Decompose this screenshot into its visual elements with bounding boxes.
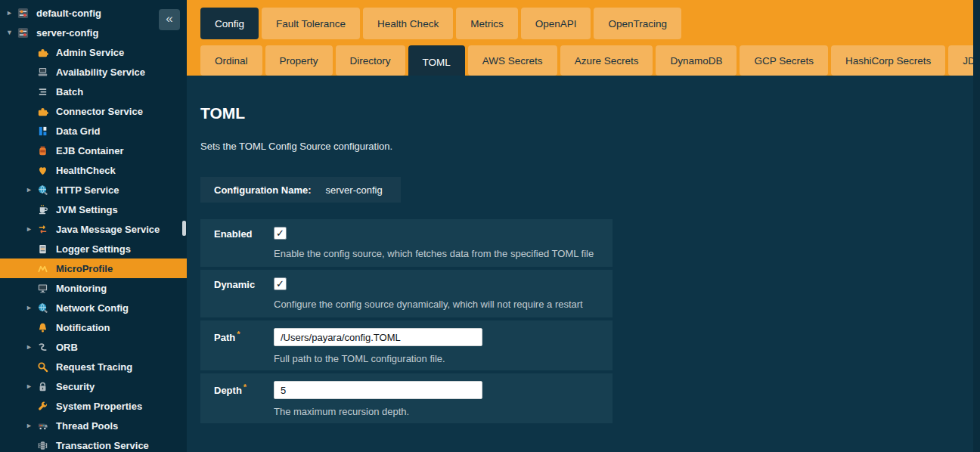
subtab-directory[interactable]: Directory xyxy=(336,45,405,76)
tab-opentracing[interactable]: OpenTracing xyxy=(594,8,681,39)
path-input[interactable] xyxy=(274,328,482,346)
enabled-row: Enabled ✓ Enable the config source, whic… xyxy=(200,219,612,267)
sidebar-item-security[interactable]: ►Security xyxy=(0,376,187,396)
cable-icon xyxy=(36,341,49,354)
expand-caret-icon[interactable]: ► xyxy=(26,382,36,390)
configuration-name-box: Configuration Name: server-config xyxy=(200,177,401,203)
expand-caret-icon[interactable]: ► xyxy=(26,186,36,193)
sidebar-item-thread-pools[interactable]: ►Thread Pools xyxy=(0,416,187,435)
depth-help-text: The maximum recursion depth. xyxy=(274,406,612,417)
tab-metrics[interactable]: Metrics xyxy=(456,8,518,39)
transaction-icon xyxy=(36,439,49,452)
dynamic-label: Dynamic xyxy=(214,277,274,310)
tab-health-check[interactable]: Health Check xyxy=(363,8,453,39)
tab-openapi[interactable]: OpenAPI xyxy=(521,8,591,39)
sidebar-item-label: HTTP Service xyxy=(56,184,119,196)
expand-caret-icon[interactable]: ► xyxy=(26,343,36,351)
sidebar-item-monitoring[interactable]: Monitoring xyxy=(0,278,187,298)
sidebar-item-ejb-container[interactable]: EJB Container xyxy=(0,141,187,160)
globe-icon xyxy=(36,184,49,197)
microprofile-icon xyxy=(36,262,49,275)
sidebar-item-label: Admin Service xyxy=(56,47,124,58)
tab-config[interactable]: Config xyxy=(200,8,259,39)
sidebar-item-batch[interactable]: Batch xyxy=(0,82,187,101)
required-asterisk-icon: * xyxy=(243,382,247,392)
right-edge-strip xyxy=(973,0,980,452)
subtab-gcp-secrets[interactable]: GCP Secrets xyxy=(740,45,828,76)
dynamic-checkbox[interactable]: ✓ xyxy=(274,277,287,290)
sidebar-item-http-service[interactable]: ►HTTP Service xyxy=(0,180,187,200)
config-sliders-icon xyxy=(17,7,29,20)
subtab-toml[interactable]: TOML xyxy=(408,45,465,79)
thread-pool-icon xyxy=(36,419,49,432)
required-asterisk-icon: * xyxy=(237,330,240,339)
enabled-help-text: Enable the config source, which fetches … xyxy=(274,248,612,259)
subtab-property[interactable]: Property xyxy=(265,45,333,76)
expand-caret-icon[interactable]: ► xyxy=(26,304,36,311)
puzzle-icon xyxy=(36,105,49,118)
enabled-checkbox[interactable]: ✓ xyxy=(274,227,287,240)
sidebar-item-admin-service[interactable]: Admin Service xyxy=(0,42,187,62)
sidebar-item-label: Batch xyxy=(56,86,83,98)
config-sliders-icon xyxy=(17,26,29,39)
sidebar-item-label: Network Config xyxy=(56,302,129,314)
sidebar-scrollbar-thumb[interactable] xyxy=(182,221,186,236)
subtab-azure-secrets[interactable]: Azure Secrets xyxy=(560,45,653,76)
top-tab-row: ConfigFault ToleranceHealth CheckMetrics… xyxy=(200,8,681,39)
depth-input[interactable] xyxy=(274,381,482,399)
collapse-caret-icon[interactable]: ▼ xyxy=(6,29,17,36)
message-arrows-icon xyxy=(36,223,49,236)
sidebar-item-label: Security xyxy=(56,381,95,392)
heart-icon xyxy=(36,164,49,177)
sidebar-item-java-message-service[interactable]: ►Java Message Service xyxy=(0,219,187,239)
sidebar-item-healthcheck[interactable]: HealthCheck xyxy=(0,160,187,180)
sidebar-item-request-tracing[interactable]: Request Tracing xyxy=(0,357,187,376)
subtab-dynamodb[interactable]: DynamoDB xyxy=(656,45,737,76)
globe-icon xyxy=(36,302,49,314)
expand-caret-icon[interactable]: ► xyxy=(6,9,17,17)
configuration-name-label: Configuration Name: xyxy=(214,184,312,196)
expand-caret-icon[interactable]: ► xyxy=(26,422,36,429)
bell-icon xyxy=(36,321,49,334)
sidebar-item-label: EJB Container xyxy=(56,145,124,156)
sidebar-item-logger-settings[interactable]: Logger Settings xyxy=(0,239,187,259)
sidebar-item-orb[interactable]: ►ORB xyxy=(0,337,187,357)
sidebar-item-label: server-config xyxy=(36,27,98,39)
sidebar-item-data-grid[interactable]: Data Grid xyxy=(0,121,187,141)
sidebar-item-transaction-service[interactable]: Transaction Service xyxy=(0,435,187,452)
page-description: Sets the TOML Config Source configuratio… xyxy=(200,141,973,152)
subtab-hashicorp-secrets[interactable]: HashiCorp Secrets xyxy=(831,45,945,76)
sidebar-item-label: HealthCheck xyxy=(56,165,116,176)
sidebar-item-label: Availability Service xyxy=(56,67,145,78)
sidebar-item-notification[interactable]: Notification xyxy=(0,317,187,337)
sidebar-item-availability-service[interactable]: Availability Service xyxy=(0,62,187,82)
subtab-aws-secrets[interactable]: AWS Secrets xyxy=(468,45,557,76)
sidebar-item-label: Request Tracing xyxy=(56,361,132,373)
subtab-ordinal[interactable]: Ordinal xyxy=(200,45,262,76)
tab-fault-tolerance[interactable]: Fault Tolerance xyxy=(262,8,360,39)
sidebar-item-label: MicroProfile xyxy=(56,263,113,274)
header-tab-band: ConfigFault ToleranceHealth CheckMetrics… xyxy=(187,0,973,76)
sidebar-item-label: Java Message Service xyxy=(56,224,160,235)
config-tree: ►default-config▼server-configAdmin Servi… xyxy=(0,3,187,452)
sidebar-item-system-properties[interactable]: System Properties xyxy=(0,396,187,416)
wrench-icon xyxy=(36,400,49,413)
sidebar-item-jvm-settings[interactable]: JVM Settings xyxy=(0,200,187,219)
sidebar-item-network-config[interactable]: ►Network Config xyxy=(0,298,187,317)
configuration-name-value: server-config xyxy=(326,184,383,196)
expand-caret-icon[interactable]: ► xyxy=(26,225,36,233)
data-grid-icon xyxy=(36,125,49,138)
path-help-text: Full path to the TOML configuration file… xyxy=(274,353,612,364)
sidebar-item-label: Data Grid xyxy=(56,125,101,137)
monitor-icon xyxy=(36,282,49,295)
enabled-label: Enabled xyxy=(214,227,274,259)
sidebar-item-label: System Properties xyxy=(56,401,142,412)
lock-icon xyxy=(36,380,49,393)
sidebar-item-label: Thread Pools xyxy=(56,420,118,432)
magnifier-icon xyxy=(36,361,49,373)
sidebar-item-connector-service[interactable]: Connector Service xyxy=(0,101,187,121)
sidebar-item-microprofile[interactable]: MicroProfile xyxy=(0,259,187,278)
sidebar-collapse-button[interactable]: « xyxy=(159,9,180,30)
path-label: Path* xyxy=(214,328,274,364)
coffee-icon xyxy=(36,203,49,216)
